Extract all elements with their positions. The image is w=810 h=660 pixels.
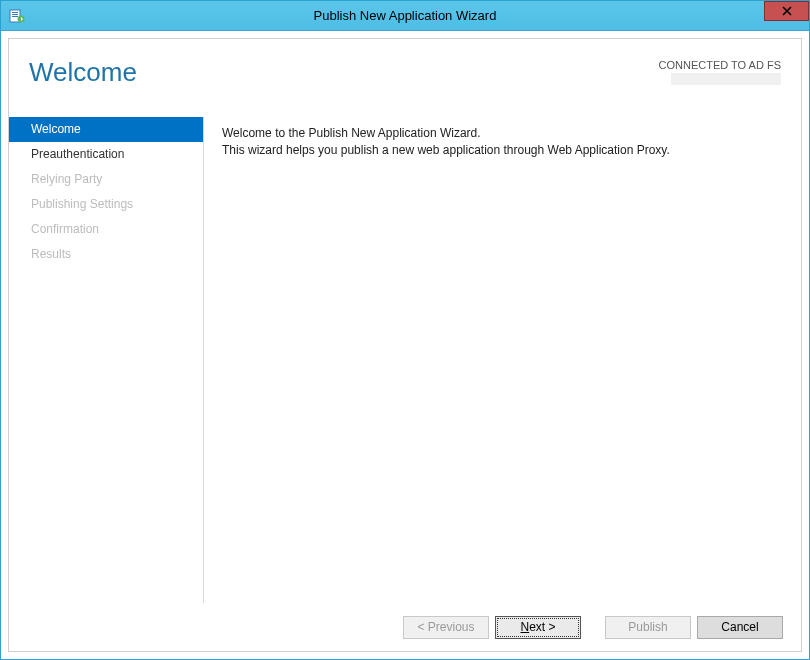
sidebar-item-label: Welcome (31, 122, 81, 136)
window-title: Publish New Application Wizard (1, 8, 809, 23)
welcome-text-line1: Welcome to the Publish New Application W… (222, 125, 781, 142)
sidebar-item-confirmation: Confirmation (9, 217, 203, 242)
svg-rect-1 (12, 12, 18, 13)
sidebar-item-label: Confirmation (31, 222, 99, 236)
svg-rect-3 (12, 16, 18, 17)
sidebar-item-label: Results (31, 247, 71, 261)
wizard-window: Publish New Application Wizard Welcome C… (0, 0, 810, 660)
header-area: Welcome CONNECTED TO AD FS (9, 39, 801, 117)
titlebar: Publish New Application Wizard (1, 1, 809, 31)
next-button-label: Next > (520, 620, 555, 634)
connection-status-detail (671, 73, 781, 85)
sidebar-item-label: Publishing Settings (31, 197, 133, 211)
svg-rect-2 (12, 14, 18, 15)
welcome-text-line2: This wizard helps you publish a new web … (222, 142, 781, 159)
previous-button-label: < Previous (417, 620, 474, 634)
sidebar-item-publishing-settings: Publishing Settings (9, 192, 203, 217)
body-area: Welcome Preauthentication Relying Party … (9, 117, 801, 603)
button-bar: < Previous Next > Publish Cancel (9, 603, 801, 651)
cancel-button[interactable]: Cancel (697, 616, 783, 639)
sidebar-item-relying-party: Relying Party (9, 167, 203, 192)
connection-status-label: CONNECTED TO AD FS (659, 59, 781, 71)
sidebar-item-label: Preauthentication (31, 147, 124, 161)
sidebar-item-label: Relying Party (31, 172, 102, 186)
wizard-steps-sidebar: Welcome Preauthentication Relying Party … (9, 117, 204, 603)
inner-frame: Welcome CONNECTED TO AD FS Welcome Preau… (8, 38, 802, 652)
sidebar-item-welcome[interactable]: Welcome (9, 117, 203, 142)
connection-status: CONNECTED TO AD FS (659, 59, 781, 85)
cancel-button-label: Cancel (721, 620, 758, 634)
close-icon (782, 6, 792, 16)
content-area: Welcome to the Publish New Application W… (204, 117, 801, 603)
publish-button: Publish (605, 616, 691, 639)
sidebar-item-preauthentication[interactable]: Preauthentication (9, 142, 203, 167)
previous-button: < Previous (403, 616, 489, 639)
close-button[interactable] (764, 1, 809, 21)
publish-button-label: Publish (628, 620, 667, 634)
next-button[interactable]: Next > (495, 616, 581, 639)
app-icon (9, 8, 25, 24)
sidebar-item-results: Results (9, 242, 203, 267)
